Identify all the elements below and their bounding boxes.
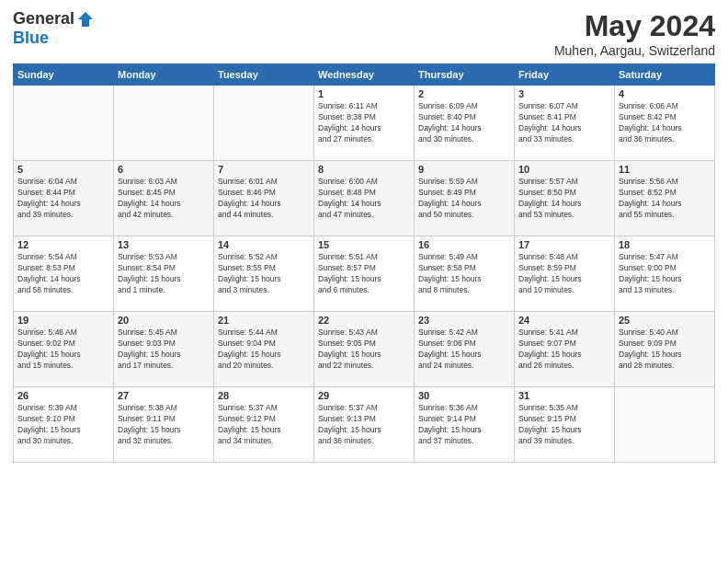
day-info: Sunrise: 6:04 AM Sunset: 8:44 PM Dayligh… (17, 177, 109, 221)
day-cell: 6Sunrise: 6:03 AM Sunset: 8:45 PM Daylig… (114, 161, 214, 236)
day-info: Sunrise: 5:48 AM Sunset: 8:59 PM Dayligh… (518, 252, 610, 296)
day-cell: 26Sunrise: 5:39 AM Sunset: 9:10 PM Dayli… (14, 387, 114, 463)
day-number: 17 (518, 239, 610, 250)
day-info: Sunrise: 5:57 AM Sunset: 8:50 PM Dayligh… (518, 177, 610, 221)
day-number: 15 (318, 239, 410, 250)
day-number: 10 (518, 164, 610, 175)
day-info: Sunrise: 6:06 AM Sunset: 8:42 PM Dayligh… (619, 101, 711, 145)
week-row-1: 1Sunrise: 6:11 AM Sunset: 8:38 PM Daylig… (14, 86, 715, 161)
day-cell: 18Sunrise: 5:47 AM Sunset: 9:00 PM Dayli… (615, 236, 715, 312)
day-number: 14 (218, 239, 310, 250)
day-info: Sunrise: 5:56 AM Sunset: 8:52 PM Dayligh… (619, 177, 711, 221)
day-number: 6 (118, 164, 210, 175)
day-number: 21 (218, 315, 310, 326)
day-info: Sunrise: 5:53 AM Sunset: 8:54 PM Dayligh… (118, 252, 210, 296)
day-cell: 16Sunrise: 5:49 AM Sunset: 8:58 PM Dayli… (415, 236, 515, 312)
day-cell: 27Sunrise: 5:38 AM Sunset: 9:11 PM Dayli… (114, 387, 214, 463)
day-info: Sunrise: 6:00 AM Sunset: 8:48 PM Dayligh… (318, 177, 410, 221)
day-cell: 12Sunrise: 5:54 AM Sunset: 8:53 PM Dayli… (14, 236, 114, 312)
calendar-table: SundayMondayTuesdayWednesdayThursdayFrid… (13, 63, 715, 463)
header-cell-thursday: Thursday (415, 64, 515, 86)
day-number: 5 (17, 164, 109, 175)
day-cell: 23Sunrise: 5:42 AM Sunset: 9:06 PM Dayli… (415, 312, 515, 387)
header-cell-friday: Friday (515, 64, 615, 86)
day-cell: 14Sunrise: 5:52 AM Sunset: 8:55 PM Dayli… (214, 236, 314, 312)
header-cell-saturday: Saturday (615, 64, 715, 86)
header-cell-wednesday: Wednesday (314, 64, 415, 86)
day-number: 24 (518, 315, 610, 326)
day-number: 13 (118, 239, 210, 250)
day-number: 9 (418, 164, 510, 175)
day-cell (114, 86, 214, 161)
day-info: Sunrise: 6:03 AM Sunset: 8:45 PM Dayligh… (118, 177, 210, 221)
header-cell-monday: Monday (114, 64, 214, 86)
day-cell: 22Sunrise: 5:43 AM Sunset: 9:05 PM Dayli… (314, 312, 415, 387)
day-info: Sunrise: 5:49 AM Sunset: 8:58 PM Dayligh… (418, 252, 510, 296)
title-section: May 2024 Muhen, Aargau, Switzerland (554, 9, 715, 58)
logo: General Blue (13, 9, 95, 48)
day-cell: 15Sunrise: 5:51 AM Sunset: 8:57 PM Dayli… (314, 236, 415, 312)
day-info: Sunrise: 5:40 AM Sunset: 9:09 PM Dayligh… (619, 327, 711, 372)
day-cell: 10Sunrise: 5:57 AM Sunset: 8:50 PM Dayli… (515, 161, 615, 236)
day-number: 11 (619, 164, 711, 175)
week-row-3: 12Sunrise: 5:54 AM Sunset: 8:53 PM Dayli… (14, 236, 715, 312)
day-cell: 3Sunrise: 6:07 AM Sunset: 8:41 PM Daylig… (515, 86, 615, 161)
day-number: 18 (619, 239, 711, 250)
svg-marker-0 (78, 12, 93, 27)
logo-blue-text: Blue (13, 29, 49, 48)
day-number: 3 (518, 88, 610, 99)
day-number: 23 (418, 315, 510, 326)
day-info: Sunrise: 5:52 AM Sunset: 8:55 PM Dayligh… (218, 252, 310, 296)
day-info: Sunrise: 6:01 AM Sunset: 8:46 PM Dayligh… (218, 177, 310, 221)
day-info: Sunrise: 6:11 AM Sunset: 8:38 PM Dayligh… (318, 101, 410, 145)
day-number: 2 (418, 88, 510, 99)
day-cell: 20Sunrise: 5:45 AM Sunset: 9:03 PM Dayli… (114, 312, 214, 387)
day-info: Sunrise: 5:43 AM Sunset: 9:05 PM Dayligh… (318, 327, 410, 372)
day-cell: 8Sunrise: 6:00 AM Sunset: 8:48 PM Daylig… (314, 161, 415, 236)
day-cell: 11Sunrise: 5:56 AM Sunset: 8:52 PM Dayli… (615, 161, 715, 236)
day-number: 22 (318, 315, 410, 326)
day-info: Sunrise: 5:37 AM Sunset: 9:12 PM Dayligh… (218, 403, 310, 447)
header: General Blue May 2024 Muhen, Aargau, Swi… (13, 9, 715, 58)
day-info: Sunrise: 5:59 AM Sunset: 8:49 PM Dayligh… (418, 177, 510, 221)
day-number: 31 (518, 390, 610, 401)
header-cell-sunday: Sunday (14, 64, 114, 86)
day-cell: 19Sunrise: 5:46 AM Sunset: 9:02 PM Dayli… (14, 312, 114, 387)
week-row-4: 19Sunrise: 5:46 AM Sunset: 9:02 PM Dayli… (14, 312, 715, 387)
day-info: Sunrise: 5:37 AM Sunset: 9:13 PM Dayligh… (318, 403, 410, 447)
day-info: Sunrise: 5:39 AM Sunset: 9:10 PM Dayligh… (17, 403, 109, 447)
day-info: Sunrise: 5:54 AM Sunset: 8:53 PM Dayligh… (17, 252, 109, 296)
day-number: 29 (318, 390, 410, 401)
day-cell (14, 86, 114, 161)
day-info: Sunrise: 5:36 AM Sunset: 9:14 PM Dayligh… (418, 403, 510, 447)
day-info: Sunrise: 5:46 AM Sunset: 9:02 PM Dayligh… (17, 327, 109, 372)
day-cell: 24Sunrise: 5:41 AM Sunset: 9:07 PM Dayli… (515, 312, 615, 387)
week-row-5: 26Sunrise: 5:39 AM Sunset: 9:10 PM Dayli… (14, 387, 715, 463)
day-cell: 4Sunrise: 6:06 AM Sunset: 8:42 PM Daylig… (615, 86, 715, 161)
month-title: May 2024 (554, 9, 715, 43)
day-info: Sunrise: 5:44 AM Sunset: 9:04 PM Dayligh… (218, 327, 310, 372)
logo-general-text: General (13, 9, 74, 29)
day-info: Sunrise: 6:09 AM Sunset: 8:40 PM Dayligh… (418, 101, 510, 145)
day-cell: 29Sunrise: 5:37 AM Sunset: 9:13 PM Dayli… (314, 387, 415, 463)
page: General Blue May 2024 Muhen, Aargau, Swi… (0, 0, 728, 563)
day-info: Sunrise: 5:41 AM Sunset: 9:07 PM Dayligh… (518, 327, 610, 372)
day-info: Sunrise: 5:42 AM Sunset: 9:06 PM Dayligh… (418, 327, 510, 372)
week-row-2: 5Sunrise: 6:04 AM Sunset: 8:44 PM Daylig… (14, 161, 715, 236)
day-cell (615, 387, 715, 463)
day-number: 8 (318, 164, 410, 175)
day-number: 1 (318, 88, 410, 99)
header-row: SundayMondayTuesdayWednesdayThursdayFrid… (14, 64, 715, 86)
day-cell: 7Sunrise: 6:01 AM Sunset: 8:46 PM Daylig… (214, 161, 314, 236)
day-number: 27 (118, 390, 210, 401)
location: Muhen, Aargau, Switzerland (554, 43, 715, 58)
day-number: 30 (418, 390, 510, 401)
day-cell: 28Sunrise: 5:37 AM Sunset: 9:12 PM Dayli… (214, 387, 314, 463)
day-cell: 5Sunrise: 6:04 AM Sunset: 8:44 PM Daylig… (14, 161, 114, 236)
day-number: 4 (619, 88, 711, 99)
header-cell-tuesday: Tuesday (214, 64, 314, 86)
day-number: 16 (418, 239, 510, 250)
day-cell: 31Sunrise: 5:35 AM Sunset: 9:15 PM Dayli… (515, 387, 615, 463)
day-number: 20 (118, 315, 210, 326)
day-cell: 17Sunrise: 5:48 AM Sunset: 8:59 PM Dayli… (515, 236, 615, 312)
